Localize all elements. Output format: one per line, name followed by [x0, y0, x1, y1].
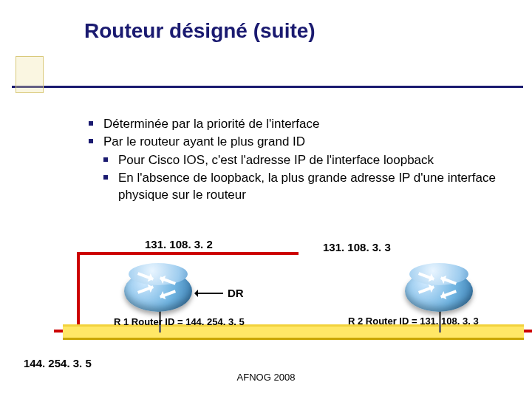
bus-jack-left: [54, 330, 63, 332]
r1-id-label: R 1 Router ID = 144. 254. 3. 5: [114, 316, 245, 327]
yellow-bus-mid: [63, 327, 524, 338]
title-wrap: Routeur désigné (suite): [84, 19, 316, 43]
dr-label: DR: [228, 287, 244, 299]
slide-title: Routeur désigné (suite): [84, 19, 316, 43]
bullet-2b: En l'absence de loopback, la plus grande…: [103, 170, 525, 203]
footer-ip: 144. 254. 3. 5: [24, 357, 92, 369]
red-wire-vertical: [77, 252, 80, 335]
r2-id-label: R 2 Router ID = 131. 108. 3. 3: [348, 316, 479, 327]
bullet-2: Par le routeur ayant le plus grand ID Po…: [89, 134, 525, 203]
router-r1: [124, 270, 192, 312]
ip-right-label: 131. 108. 3. 3: [323, 241, 391, 253]
bullet-1: Déterminée par la priorité de l'interfac…: [89, 116, 525, 132]
bullet-list: Déterminée par la priorité de l'interfac…: [89, 116, 525, 205]
footnote: AFNOG 2008: [0, 372, 532, 383]
accent-box: [16, 56, 44, 93]
red-wire: [77, 252, 299, 255]
bus-jack-right: [524, 330, 532, 332]
yellow-bus-bot: [63, 338, 524, 340]
bullet-2a: Pour Cisco IOS, c'est l'adresse IP de l'…: [103, 152, 525, 168]
slide: Routeur désigné (suite) Déterminée par l…: [0, 0, 532, 399]
ip-left-label: 131. 108. 3. 2: [145, 238, 213, 250]
network-diagram: 131. 108. 3. 2 131. 108. 3. 3 DR R 1 Rou…: [0, 229, 532, 377]
header-rule: [12, 86, 523, 88]
dr-arrow: [197, 293, 223, 294]
bullet-2-text: Par le routeur ayant le plus grand ID: [103, 134, 305, 149]
router-r2: [405, 270, 473, 312]
